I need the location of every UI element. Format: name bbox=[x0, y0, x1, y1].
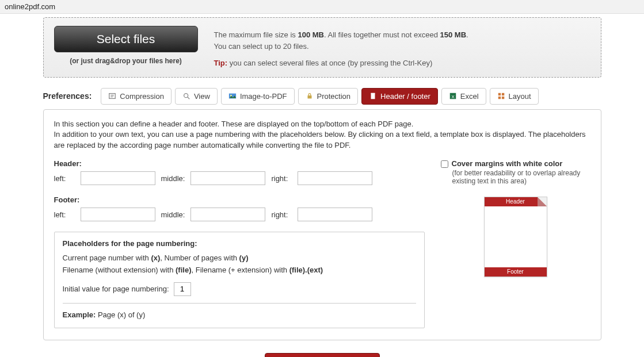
image-icon bbox=[228, 92, 237, 100]
drag-drop-hint: (or just drag&drop your files here) bbox=[70, 57, 182, 65]
svg-line-2 bbox=[188, 97, 190, 99]
footer-left-input[interactable] bbox=[81, 208, 155, 221]
panel-desc-line1: In this section you can define a header … bbox=[54, 119, 590, 130]
tab-view[interactable]: View bbox=[175, 88, 218, 105]
svg-rect-13 bbox=[501, 97, 504, 99]
footer-middle-input[interactable] bbox=[190, 208, 265, 221]
header-section-label: Header: bbox=[54, 159, 425, 168]
excel-icon: X bbox=[449, 92, 457, 100]
placeholders-box: Placeholders for the page numbering: Cur… bbox=[54, 232, 425, 328]
address-bar: online2pdf.com bbox=[0, 0, 644, 14]
tip-text: you can select several files at once (by… bbox=[227, 59, 432, 67]
header-left-input[interactable] bbox=[81, 171, 155, 185]
footer-right-input[interactable] bbox=[298, 208, 372, 221]
svg-point-4 bbox=[230, 95, 232, 97]
preferences-tabs: Compression View Image-to-PDF Protection… bbox=[101, 88, 538, 105]
placeholder-file-ext: (file).(ext) bbox=[289, 266, 323, 274]
layout-icon bbox=[497, 92, 505, 100]
initial-value-label: Initial value for page numbering: bbox=[63, 285, 169, 293]
convert-button[interactable]: Convert bbox=[265, 353, 380, 357]
page-preview: Header Footer bbox=[484, 197, 547, 277]
placeholder-x: (x) bbox=[151, 254, 160, 262]
footer-middle-label: middle: bbox=[161, 210, 185, 219]
placeholder-y: (y) bbox=[239, 254, 249, 262]
header-right-label: right: bbox=[271, 174, 292, 183]
limit-count: You can select up to 20 files. bbox=[214, 41, 468, 52]
limit-text: The maximum file size is bbox=[214, 30, 298, 39]
lock-icon bbox=[306, 92, 314, 100]
header-middle-label: middle: bbox=[161, 174, 185, 183]
initial-value-input[interactable] bbox=[174, 282, 191, 296]
svg-point-1 bbox=[184, 94, 188, 98]
tip-label: Tip: bbox=[214, 59, 228, 67]
tab-header-footer[interactable]: Header / footer bbox=[361, 88, 438, 105]
footer-section-label: Footer: bbox=[54, 195, 425, 204]
footer-fields: left: middle: right: bbox=[54, 208, 425, 221]
footer-left-label: left: bbox=[54, 210, 75, 219]
placeholders-title: Placeholders for the page numbering: bbox=[63, 239, 416, 248]
limit-total: 150 MB bbox=[440, 30, 467, 39]
header-fields: left: middle: right: bbox=[54, 171, 425, 185]
tab-excel[interactable]: X Excel bbox=[441, 88, 486, 105]
upload-info: The maximum file size is 100 MB. All fil… bbox=[214, 26, 468, 69]
select-files-button[interactable]: Select files bbox=[54, 26, 198, 52]
example-text: Page (x) of (y) bbox=[96, 310, 145, 319]
cover-margins-label: Cover margins with white color bbox=[452, 159, 563, 168]
footer-right-label: right: bbox=[271, 210, 292, 219]
cover-margins-checkbox[interactable] bbox=[441, 160, 448, 168]
svg-rect-11 bbox=[501, 93, 504, 95]
svg-rect-7 bbox=[371, 93, 375, 94]
tab-layout[interactable]: Layout bbox=[490, 88, 539, 105]
magnifier-icon bbox=[182, 92, 190, 100]
svg-text:X: X bbox=[451, 94, 455, 99]
panel-desc-line2: In addition to your own text, you can us… bbox=[54, 129, 590, 151]
preferences-label: Preferences: bbox=[43, 91, 92, 101]
compress-icon bbox=[108, 92, 116, 100]
tab-image-to-pdf[interactable]: Image-to-PDF bbox=[221, 88, 295, 105]
header-footer-panel: In this section you can define a header … bbox=[43, 109, 601, 341]
page-icon bbox=[369, 92, 377, 100]
tab-compression[interactable]: Compression bbox=[101, 88, 172, 105]
svg-rect-12 bbox=[498, 97, 500, 99]
header-left-label: left: bbox=[54, 174, 75, 183]
svg-rect-10 bbox=[498, 93, 500, 95]
example-label: Example: bbox=[63, 310, 96, 319]
cover-margins-sublabel: (for better readability or to overlap al… bbox=[452, 169, 590, 185]
tab-protection[interactable]: Protection bbox=[298, 88, 359, 105]
svg-rect-5 bbox=[307, 95, 311, 98]
header-middle-input[interactable] bbox=[190, 171, 265, 185]
preview-footer-bar: Footer bbox=[485, 267, 547, 277]
placeholder-file: (file) bbox=[176, 266, 191, 274]
limit-max-file: 100 MB bbox=[298, 30, 324, 39]
header-right-input[interactable] bbox=[298, 171, 372, 185]
upload-dropzone[interactable]: Select files (or just drag&drop your fil… bbox=[43, 17, 601, 78]
page-fold-icon bbox=[538, 197, 547, 206]
